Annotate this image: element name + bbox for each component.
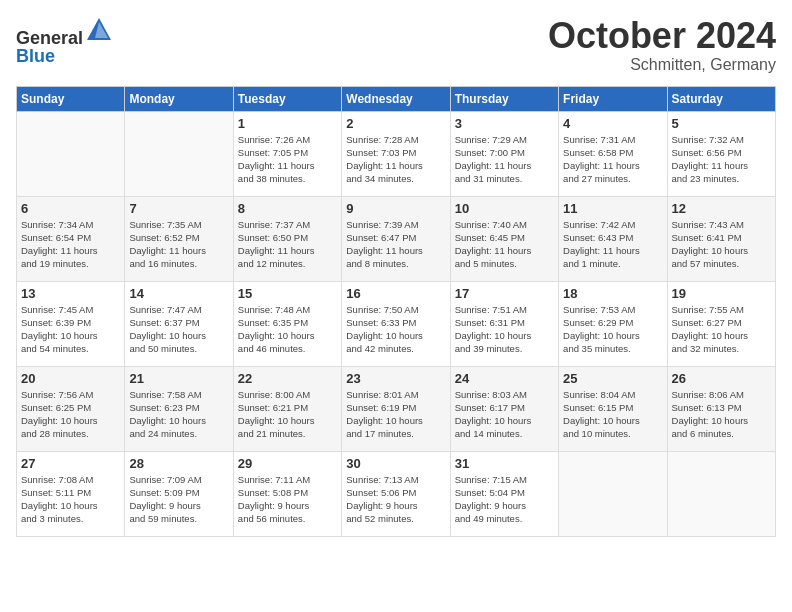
- day-number: 31: [455, 456, 554, 471]
- calendar-cell: 20Sunrise: 7:56 AM Sunset: 6:25 PM Dayli…: [17, 366, 125, 451]
- day-number: 24: [455, 371, 554, 386]
- calendar-cell: 24Sunrise: 8:03 AM Sunset: 6:17 PM Dayli…: [450, 366, 558, 451]
- calendar-cell: 12Sunrise: 7:43 AM Sunset: 6:41 PM Dayli…: [667, 196, 775, 281]
- calendar-cell: 13Sunrise: 7:45 AM Sunset: 6:39 PM Dayli…: [17, 281, 125, 366]
- day-info: Sunrise: 7:32 AM Sunset: 6:56 PM Dayligh…: [672, 133, 771, 186]
- calendar-week-2: 6Sunrise: 7:34 AM Sunset: 6:54 PM Daylig…: [17, 196, 776, 281]
- calendar-week-3: 13Sunrise: 7:45 AM Sunset: 6:39 PM Dayli…: [17, 281, 776, 366]
- day-number: 2: [346, 116, 445, 131]
- day-number: 6: [21, 201, 120, 216]
- day-info: Sunrise: 7:48 AM Sunset: 6:35 PM Dayligh…: [238, 303, 337, 356]
- day-info: Sunrise: 7:13 AM Sunset: 5:06 PM Dayligh…: [346, 473, 445, 526]
- day-info: Sunrise: 7:50 AM Sunset: 6:33 PM Dayligh…: [346, 303, 445, 356]
- day-number: 3: [455, 116, 554, 131]
- day-info: Sunrise: 7:53 AM Sunset: 6:29 PM Dayligh…: [563, 303, 662, 356]
- day-info: Sunrise: 8:01 AM Sunset: 6:19 PM Dayligh…: [346, 388, 445, 441]
- day-info: Sunrise: 8:06 AM Sunset: 6:13 PM Dayligh…: [672, 388, 771, 441]
- month-title: October 2024: [548, 16, 776, 56]
- calendar-cell: 10Sunrise: 7:40 AM Sunset: 6:45 PM Dayli…: [450, 196, 558, 281]
- day-number: 16: [346, 286, 445, 301]
- day-number: 27: [21, 456, 120, 471]
- day-info: Sunrise: 7:29 AM Sunset: 7:00 PM Dayligh…: [455, 133, 554, 186]
- calendar-cell: [17, 111, 125, 196]
- day-number: 26: [672, 371, 771, 386]
- day-number: 15: [238, 286, 337, 301]
- calendar-cell: 18Sunrise: 7:53 AM Sunset: 6:29 PM Dayli…: [559, 281, 667, 366]
- logo-blue: Blue: [16, 47, 113, 65]
- day-number: 1: [238, 116, 337, 131]
- logo-icon: [85, 16, 113, 44]
- calendar-cell: 8Sunrise: 7:37 AM Sunset: 6:50 PM Daylig…: [233, 196, 341, 281]
- day-number: 23: [346, 371, 445, 386]
- day-number: 19: [672, 286, 771, 301]
- calendar-cell: 15Sunrise: 7:48 AM Sunset: 6:35 PM Dayli…: [233, 281, 341, 366]
- day-info: Sunrise: 7:43 AM Sunset: 6:41 PM Dayligh…: [672, 218, 771, 271]
- day-number: 17: [455, 286, 554, 301]
- calendar-cell: 29Sunrise: 7:11 AM Sunset: 5:08 PM Dayli…: [233, 451, 341, 536]
- weekday-header-monday: Monday: [125, 86, 233, 111]
- calendar-cell: [667, 451, 775, 536]
- day-info: Sunrise: 7:11 AM Sunset: 5:08 PM Dayligh…: [238, 473, 337, 526]
- weekday-header-row: SundayMondayTuesdayWednesdayThursdayFrid…: [17, 86, 776, 111]
- day-info: Sunrise: 7:58 AM Sunset: 6:23 PM Dayligh…: [129, 388, 228, 441]
- day-number: 10: [455, 201, 554, 216]
- calendar-cell: 23Sunrise: 8:01 AM Sunset: 6:19 PM Dayli…: [342, 366, 450, 451]
- calendar-cell: 2Sunrise: 7:28 AM Sunset: 7:03 PM Daylig…: [342, 111, 450, 196]
- calendar-cell: 5Sunrise: 7:32 AM Sunset: 6:56 PM Daylig…: [667, 111, 775, 196]
- day-number: 30: [346, 456, 445, 471]
- day-number: 8: [238, 201, 337, 216]
- calendar-cell: 14Sunrise: 7:47 AM Sunset: 6:37 PM Dayli…: [125, 281, 233, 366]
- logo-general: General: [16, 16, 113, 47]
- calendar-cell: 27Sunrise: 7:08 AM Sunset: 5:11 PM Dayli…: [17, 451, 125, 536]
- day-number: 28: [129, 456, 228, 471]
- weekday-header-saturday: Saturday: [667, 86, 775, 111]
- day-number: 12: [672, 201, 771, 216]
- day-number: 21: [129, 371, 228, 386]
- calendar-cell: [559, 451, 667, 536]
- day-info: Sunrise: 7:37 AM Sunset: 6:50 PM Dayligh…: [238, 218, 337, 271]
- day-info: Sunrise: 8:00 AM Sunset: 6:21 PM Dayligh…: [238, 388, 337, 441]
- logo: General Blue: [16, 16, 113, 65]
- calendar-cell: 9Sunrise: 7:39 AM Sunset: 6:47 PM Daylig…: [342, 196, 450, 281]
- calendar-cell: 17Sunrise: 7:51 AM Sunset: 6:31 PM Dayli…: [450, 281, 558, 366]
- calendar-cell: 11Sunrise: 7:42 AM Sunset: 6:43 PM Dayli…: [559, 196, 667, 281]
- calendar-week-4: 20Sunrise: 7:56 AM Sunset: 6:25 PM Dayli…: [17, 366, 776, 451]
- day-info: Sunrise: 8:03 AM Sunset: 6:17 PM Dayligh…: [455, 388, 554, 441]
- day-number: 14: [129, 286, 228, 301]
- day-info: Sunrise: 8:04 AM Sunset: 6:15 PM Dayligh…: [563, 388, 662, 441]
- calendar-cell: 28Sunrise: 7:09 AM Sunset: 5:09 PM Dayli…: [125, 451, 233, 536]
- weekday-header-thursday: Thursday: [450, 86, 558, 111]
- calendar-week-1: 1Sunrise: 7:26 AM Sunset: 7:05 PM Daylig…: [17, 111, 776, 196]
- calendar-week-5: 27Sunrise: 7:08 AM Sunset: 5:11 PM Dayli…: [17, 451, 776, 536]
- calendar-cell: 3Sunrise: 7:29 AM Sunset: 7:00 PM Daylig…: [450, 111, 558, 196]
- day-info: Sunrise: 7:47 AM Sunset: 6:37 PM Dayligh…: [129, 303, 228, 356]
- calendar-cell: 30Sunrise: 7:13 AM Sunset: 5:06 PM Dayli…: [342, 451, 450, 536]
- calendar-cell: 7Sunrise: 7:35 AM Sunset: 6:52 PM Daylig…: [125, 196, 233, 281]
- calendar-table: SundayMondayTuesdayWednesdayThursdayFrid…: [16, 86, 776, 537]
- day-number: 9: [346, 201, 445, 216]
- calendar-cell: 16Sunrise: 7:50 AM Sunset: 6:33 PM Dayli…: [342, 281, 450, 366]
- day-info: Sunrise: 7:34 AM Sunset: 6:54 PM Dayligh…: [21, 218, 120, 271]
- weekday-header-sunday: Sunday: [17, 86, 125, 111]
- day-number: 13: [21, 286, 120, 301]
- title-block: October 2024 Schmitten, Germany: [548, 16, 776, 74]
- weekday-header-tuesday: Tuesday: [233, 86, 341, 111]
- day-info: Sunrise: 7:08 AM Sunset: 5:11 PM Dayligh…: [21, 473, 120, 526]
- calendar-cell: 19Sunrise: 7:55 AM Sunset: 6:27 PM Dayli…: [667, 281, 775, 366]
- day-number: 20: [21, 371, 120, 386]
- day-info: Sunrise: 7:45 AM Sunset: 6:39 PM Dayligh…: [21, 303, 120, 356]
- day-info: Sunrise: 7:31 AM Sunset: 6:58 PM Dayligh…: [563, 133, 662, 186]
- day-info: Sunrise: 7:55 AM Sunset: 6:27 PM Dayligh…: [672, 303, 771, 356]
- weekday-header-friday: Friday: [559, 86, 667, 111]
- location-title: Schmitten, Germany: [548, 56, 776, 74]
- calendar-cell: 1Sunrise: 7:26 AM Sunset: 7:05 PM Daylig…: [233, 111, 341, 196]
- day-number: 18: [563, 286, 662, 301]
- calendar-cell: [125, 111, 233, 196]
- calendar-cell: 26Sunrise: 8:06 AM Sunset: 6:13 PM Dayli…: [667, 366, 775, 451]
- day-info: Sunrise: 7:26 AM Sunset: 7:05 PM Dayligh…: [238, 133, 337, 186]
- weekday-header-wednesday: Wednesday: [342, 86, 450, 111]
- calendar-cell: 22Sunrise: 8:00 AM Sunset: 6:21 PM Dayli…: [233, 366, 341, 451]
- day-number: 11: [563, 201, 662, 216]
- calendar-cell: 4Sunrise: 7:31 AM Sunset: 6:58 PM Daylig…: [559, 111, 667, 196]
- day-number: 22: [238, 371, 337, 386]
